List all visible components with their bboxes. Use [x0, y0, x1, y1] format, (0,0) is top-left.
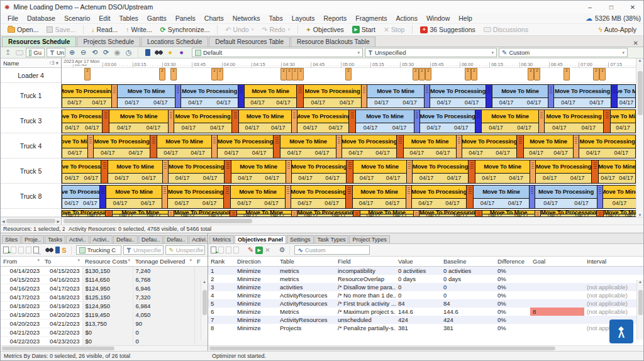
activity-separator-bar[interactable] — [353, 210, 360, 217]
loader-activity-bar[interactable]: 2 — [84, 68, 91, 81]
objective-row[interactable]: 4MinimizeActivityResources/* No more tha… — [208, 291, 643, 299]
activity-bar[interactable]: Move To Mine04/17 — [610, 109, 636, 133]
stop-button[interactable]: ✕Stop — [380, 25, 408, 34]
activity-separator-bar[interactable] — [292, 109, 297, 133]
activity-bar[interactable]: Move To Processing04/1704/17 — [462, 135, 517, 158]
left-tab-activi-[interactable]: Activi.. — [66, 235, 89, 243]
activity-bar[interactable]: Move To Mine04/1704/17 — [475, 160, 530, 184]
activity-separator-bar[interactable] — [457, 135, 462, 158]
loader-activity-bar[interactable]: 2 — [465, 68, 471, 81]
activity-bar[interactable]: Move To Processing04/1704/17 — [553, 84, 611, 108]
loader-activity-bar[interactable]: 2 — [593, 68, 599, 81]
activity-bar[interactable]: Move To Processing04/1704/17 — [167, 185, 224, 209]
activity-bar[interactable]: Move To Mine04/17 — [62, 135, 88, 158]
activity-bar[interactable]: Move To Mine04/1704/17 — [117, 84, 175, 108]
loader-activity-bar[interactable]: 2 — [564, 68, 570, 81]
activity-separator-bar[interactable] — [274, 135, 280, 158]
activity-bar[interactable]: Move To Mine04/1704/17 — [112, 210, 169, 217]
activity-separator-bar[interactable] — [346, 185, 352, 209]
discussions-button[interactable]: Discussions — [480, 25, 531, 34]
activity-separator-bar[interactable] — [535, 210, 540, 217]
activity-separator-bar[interactable] — [150, 135, 157, 158]
objective-row[interactable]: 5MinimizeActivityResources/* First truck… — [208, 299, 643, 308]
notebook-icon[interactable] — [55, 247, 60, 253]
column-header-f[interactable]: F — [194, 257, 208, 267]
menu-charts[interactable]: Charts — [200, 14, 228, 23]
activity-bar[interactable]: Move To Mine04/1704/17 — [106, 185, 162, 209]
activity-bar[interactable]: Move To Processing04/1704/17 — [291, 160, 347, 184]
new-objective-icon[interactable] — [211, 247, 216, 253]
menu-tables[interactable]: Tables — [114, 14, 142, 23]
start-button[interactable]: ▶Start — [349, 25, 379, 34]
gantt-layout-combo[interactable]: Default▾ — [192, 48, 363, 57]
gantt-close-icon[interactable]: ✕ — [630, 40, 642, 47]
activity-separator-bar[interactable] — [475, 109, 481, 133]
column-header-interval[interactable]: Interval — [584, 257, 643, 267]
menu-layouts[interactable]: Layouts — [287, 14, 319, 23]
activity-separator-bar[interactable] — [530, 160, 535, 184]
zoom-in-icon[interactable]: ⊕ — [67, 48, 77, 57]
activity-separator-bar[interactable] — [163, 160, 168, 184]
activity-separator-bar[interactable] — [597, 210, 603, 217]
table-row[interactable]: 04/14/202304/15/2023$130,1507,240 — [1, 267, 208, 275]
menu-window[interactable]: Window — [422, 14, 454, 23]
activity-bar[interactable]: Move To Mine04/1704/17 — [598, 160, 636, 184]
column-header-baseline[interactable]: Baseline — [441, 257, 495, 267]
objective-row[interactable]: 1Minimizemetricsincompatibility0 activit… — [208, 267, 643, 275]
doc-tab-projects-schedule[interactable]: Projects Schedule — [77, 36, 140, 47]
name-column-header[interactable]: Name ↑3 ▾ — [1, 58, 61, 68]
activity-bar[interactable]: Move To Mine04/1704/17 — [360, 210, 414, 217]
left-tab-activi-[interactable]: Activi.. — [90, 235, 113, 243]
activity-bar[interactable]: Move To Mine04/1704/17 — [157, 135, 212, 158]
export-record-icon[interactable] — [33, 247, 39, 253]
redo-button[interactable]: ↷Redo▾ — [258, 25, 293, 35]
activity-separator-bar[interactable] — [212, 135, 217, 158]
grouping-combo[interactable]: Trucking C — [76, 245, 121, 255]
table-row[interactable]: 04/19/202304/20/2023$119,4504,050 — [1, 311, 208, 319]
activity-bar[interactable]: Move To Mine04/1704/17 — [482, 210, 535, 217]
gantt-filter-combo[interactable]: Unspecified▾ — [365, 48, 497, 57]
loader-activity-bar[interactable]: 2 — [419, 68, 425, 81]
scroll-down-icon[interactable]: ▼ — [638, 213, 642, 217]
suggestions-button[interactable]: +36 Suggestions — [417, 25, 478, 34]
paste-icon[interactable] — [26, 247, 31, 253]
left-tab-tasks[interactable]: Tasks — [45, 235, 65, 243]
activity-separator-bar[interactable] — [604, 109, 610, 133]
activity-bar[interactable]: Move To Mine04/1704/17 — [355, 109, 414, 133]
duplicate-icon[interactable] — [18, 247, 24, 253]
activity-bar[interactable]: Move To Processing04/1704/17 — [341, 135, 397, 158]
activity-bar[interactable]: Move To Processing04/1704/17 — [174, 210, 230, 217]
scroll-thumb[interactable] — [638, 71, 643, 115]
activity-bar[interactable]: Move To Processing04/1704/17 — [62, 210, 106, 217]
activity-separator-bar[interactable] — [230, 210, 236, 217]
binoculars-icon[interactable] — [154, 48, 164, 57]
left-table-vscrollbar[interactable]: ▲ — [201, 280, 208, 340]
activity-bar[interactable]: Move To Processing04/1704/17 — [62, 160, 101, 184]
right-tab-project-types[interactable]: Project Types — [349, 235, 389, 243]
loader-activity-bar[interactable]: 2 — [471, 68, 477, 81]
column-header-rank[interactable]: Rank — [208, 257, 235, 267]
activity-bar[interactable]: Move To Processing04/1704/17 — [297, 109, 349, 133]
filter-combo[interactable]: Unspecifie — [123, 245, 164, 255]
undo-button[interactable]: ↶Undo▾ — [222, 25, 257, 35]
loader-activity-bar[interactable]: 2 — [345, 68, 352, 81]
activity-bar[interactable]: Move To Mine04/1704/17 — [231, 160, 286, 184]
activity-separator-bar[interactable] — [162, 185, 167, 209]
activity-separator-bar[interactable] — [224, 185, 230, 209]
activity-separator-bar[interactable] — [336, 135, 341, 158]
activity-separator-bar[interactable] — [475, 210, 482, 217]
activity-separator-bar[interactable] — [362, 84, 367, 108]
activity-bar[interactable]: Move To Mine04/17 — [602, 185, 636, 209]
activity-separator-bar[interactable] — [469, 160, 475, 184]
activity-separator-bar[interactable] — [530, 185, 535, 209]
activity-bar[interactable]: Move To Mine04/1704/17 — [244, 84, 297, 108]
minimize-button[interactable]: – — [579, 1, 601, 13]
sum-icon[interactable]: S — [62, 247, 66, 254]
record-icon[interactable]: ◉ — [113, 48, 122, 57]
activity-bar[interactable]: Move To Processing04/1704/17 — [217, 135, 274, 158]
gantt-group-combo[interactable]: Gu — [26, 48, 45, 57]
objective-row[interactable]: 8MinimizeProjects/* Penalize partially-s… — [208, 324, 643, 332]
activity-separator-bar[interactable] — [574, 135, 579, 158]
loader-activity-bar[interactable]: 2 — [528, 68, 534, 81]
activity-bar[interactable]: Move To Processing04/1704/17 — [62, 109, 103, 133]
